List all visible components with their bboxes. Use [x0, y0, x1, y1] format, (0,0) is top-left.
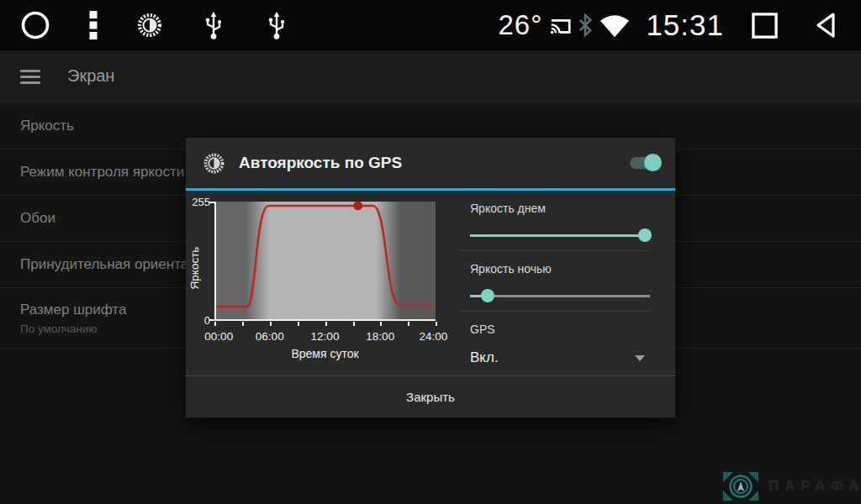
- night-brightness-group: Яркость ночью: [460, 251, 650, 312]
- screen: 26° 15:31: [0, 0, 861, 504]
- slider-thumb[interactable]: [481, 289, 494, 302]
- day-brightness-slider[interactable]: [470, 227, 650, 244]
- recents-square-button[interactable]: [751, 12, 779, 39]
- usb-icon: [264, 10, 289, 40]
- page-title: Экран: [67, 66, 114, 86]
- brightness-icon: [136, 12, 163, 39]
- gps-label: GPS: [470, 323, 650, 336]
- overflow-menu-icon: [88, 11, 98, 39]
- dialog-header: Автояркость по GPS: [186, 138, 675, 191]
- brand-watermark: ПАРАФАР: [721, 470, 861, 502]
- brightness-curve: [216, 202, 436, 319]
- night-brightness-slider[interactable]: [470, 287, 650, 304]
- menu-icon[interactable]: [20, 70, 40, 84]
- status-bar-left: [20, 10, 289, 40]
- current-time-marker: [353, 202, 362, 210]
- back-button[interactable]: [812, 11, 841, 39]
- x-tick-labels: 00:00 06:00 12:00 18:00 24:00: [214, 330, 436, 344]
- brand-logo-icon: [721, 470, 760, 502]
- dialog-controls: Яркость днем Яркость ночью: [460, 191, 650, 373]
- auto-brightness-dialog: Автояркость по GPS 255 0 Яркость: [186, 138, 675, 417]
- app-header: Экран: [0, 50, 861, 103]
- y-axis-label: Яркость: [188, 218, 202, 318]
- night-brightness-label: Яркость ночью: [470, 262, 650, 276]
- record-circle-icon: [20, 10, 50, 40]
- auto-brightness-toggle[interactable]: [630, 157, 658, 169]
- clock: 15:31: [646, 8, 724, 42]
- cast-icon: [549, 15, 572, 35]
- status-bar-right: 26° 15:31: [499, 8, 842, 42]
- usb-icon: [201, 10, 226, 40]
- bluetooth-icon: [576, 13, 594, 38]
- brightness-icon: [203, 152, 225, 175]
- status-bar: 26° 15:31: [0, 0, 861, 50]
- x-tick-marks: [214, 322, 437, 326]
- brand-name: ПАРАФАР: [769, 478, 861, 495]
- dialog-title: Автояркость по GPS: [239, 154, 402, 172]
- gps-group: GPS Вкл.: [460, 312, 650, 373]
- temperature-readout: 26°: [499, 9, 543, 41]
- day-brightness-group: Яркость днем: [460, 191, 650, 251]
- slider-thumb[interactable]: [638, 228, 652, 242]
- y-tick-max: 255: [186, 196, 210, 208]
- chevron-down-icon: [635, 355, 645, 361]
- dialog-body: 255 0 Яркость 00:00 06:00 12:00 18:00: [186, 191, 675, 373]
- toggle-thumb: [644, 154, 662, 171]
- close-button[interactable]: Закрыть: [186, 375, 675, 417]
- x-axis-label: Время суток: [214, 347, 436, 360]
- chart-plot-area: [214, 202, 436, 321]
- wifi-icon: [599, 13, 631, 38]
- day-brightness-label: Яркость днем: [470, 202, 650, 215]
- gps-dropdown[interactable]: Вкл.: [470, 349, 650, 366]
- gps-selected-value: Вкл.: [470, 349, 499, 366]
